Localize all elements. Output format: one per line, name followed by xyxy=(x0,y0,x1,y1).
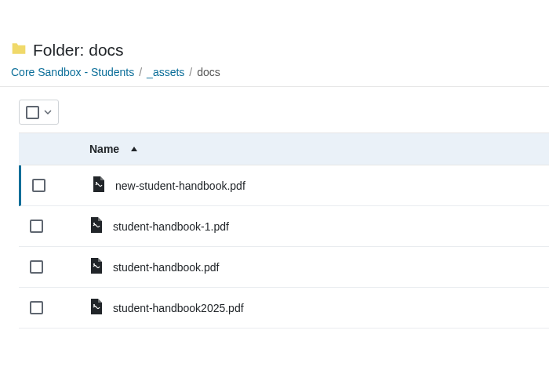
breadcrumb: Core Sandbox - Students / _assets / docs xyxy=(0,66,549,86)
file-icon xyxy=(89,258,104,276)
page-header: Folder: docs xyxy=(0,0,549,66)
row-filename[interactable]: student-handbook.pdf xyxy=(89,258,219,276)
filename-label: new-student-handbook.pdf xyxy=(115,180,245,192)
breadcrumb-current: docs xyxy=(197,66,220,78)
filename-label: student-handbook.pdf xyxy=(113,261,219,274)
svg-point-0 xyxy=(96,182,97,183)
select-all-dropdown[interactable] xyxy=(19,100,59,125)
select-all-checkbox[interactable] xyxy=(26,106,39,119)
row-checkbox[interactable] xyxy=(30,301,43,314)
filename-label: student-handbook2025.pdf xyxy=(113,302,244,314)
chevron-down-icon xyxy=(44,105,52,119)
row-checkbox-cell xyxy=(19,260,89,274)
sort-ascending-icon xyxy=(130,143,138,155)
row-checkbox-cell xyxy=(19,301,89,314)
svg-point-3 xyxy=(93,304,95,306)
table-row[interactable]: student-handbook-1.pdf xyxy=(19,206,549,247)
column-header-name[interactable]: Name xyxy=(89,143,138,155)
table-row[interactable]: student-handbook.pdf xyxy=(19,247,549,288)
file-icon xyxy=(89,217,104,235)
svg-point-2 xyxy=(93,263,95,265)
file-icon xyxy=(92,176,106,194)
breadcrumb-separator: / xyxy=(189,66,192,78)
file-table: Name new-student-handbook.pdfstudent-han… xyxy=(19,132,549,328)
row-checkbox[interactable] xyxy=(30,220,43,233)
row-checkbox-cell xyxy=(21,179,92,192)
row-filename[interactable]: student-handbook-1.pdf xyxy=(89,217,229,235)
row-checkbox-cell xyxy=(19,220,89,233)
row-checkbox[interactable] xyxy=(32,179,45,192)
breadcrumb-link-assets[interactable]: _assets xyxy=(147,66,184,78)
folder-icon xyxy=(11,42,27,59)
row-filename[interactable]: new-student-handbook.pdf xyxy=(92,176,245,194)
breadcrumb-separator: / xyxy=(139,66,142,78)
row-filename[interactable]: student-handbook2025.pdf xyxy=(89,299,244,317)
breadcrumb-link-root[interactable]: Core Sandbox - Students xyxy=(11,66,134,78)
row-checkbox[interactable] xyxy=(30,260,43,274)
svg-point-1 xyxy=(93,223,95,224)
toolbar xyxy=(0,87,549,132)
table-row[interactable]: new-student-handbook.pdf xyxy=(19,165,549,206)
file-icon xyxy=(89,299,104,317)
page-title: Folder: docs xyxy=(33,41,124,60)
filename-label: student-handbook-1.pdf xyxy=(113,220,229,233)
table-row[interactable]: student-handbook2025.pdf xyxy=(19,288,549,328)
table-header: Name xyxy=(19,132,549,165)
